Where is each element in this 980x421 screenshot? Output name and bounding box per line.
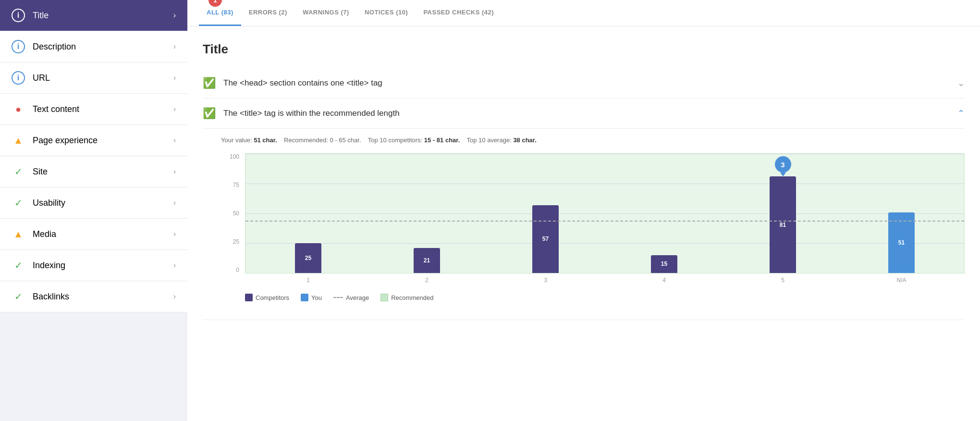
- chevron-icon: ›: [173, 261, 176, 270]
- legend-recommended: Recommended: [380, 294, 433, 301]
- y-label-50: 50: [221, 210, 243, 217]
- bar-value-5: 81: [780, 222, 786, 228]
- chevron-icon: ›: [173, 198, 176, 207]
- x-label-4: 4: [662, 277, 666, 284]
- legend-average-label: Average: [346, 294, 369, 301]
- x-label-na: N/A: [896, 277, 906, 284]
- sidebar-label-indexing: Indexing: [33, 260, 173, 271]
- top10-avg-value: 38 char.: [513, 136, 536, 144]
- top10-comp-value: 15 - 81 char.: [424, 136, 460, 144]
- sidebar-item-title[interactable]: i Title ›: [0, 0, 187, 31]
- error-icon: ●: [12, 102, 25, 116]
- tab-notices[interactable]: NOTICES (10): [357, 0, 416, 26]
- sidebar: 2 i Title › i Description › i URL › ● Te…: [0, 0, 187, 421]
- bar-col-1: 25 1: [250, 154, 366, 273]
- sidebar-item-page-experience[interactable]: ▲ Page experience ›: [0, 125, 187, 156]
- recommended-swatch: [380, 294, 388, 301]
- chevron-icon: ›: [173, 136, 176, 145]
- legend-you-label: You: [311, 294, 322, 301]
- recommended-label: Recommended:: [284, 136, 328, 144]
- bar-2: 21: [414, 248, 440, 273]
- detail-values: Your value: 51 char. Recommended: 0 - 65…: [221, 136, 965, 144]
- warning-icon: ▲: [12, 227, 25, 241]
- chevron-icon: ›: [173, 167, 176, 176]
- your-value: 51 char.: [254, 136, 277, 144]
- recommended-value: 0 - 65 char.: [330, 136, 361, 144]
- bar-col-na: 51 N/A: [844, 154, 959, 273]
- bar-value-2: 21: [424, 257, 430, 264]
- bar-col-4: 15 4: [606, 154, 722, 273]
- sidebar-label-text-content: Text content: [33, 104, 173, 114]
- sidebar-label-description: Description: [33, 42, 173, 52]
- bar-value-3: 57: [542, 235, 549, 242]
- content-area: Title ✅ The <head> section contains one …: [187, 26, 980, 335]
- tab-warnings[interactable]: WARNINGS (7): [295, 0, 357, 26]
- top10-avg-label: Top 10 average:: [467, 136, 512, 144]
- sidebar-item-backlinks[interactable]: ✓ Backlinks ›: [0, 281, 187, 312]
- sidebar-item-description[interactable]: i Description ›: [0, 31, 187, 62]
- sidebar-item-url[interactable]: i URL ›: [0, 62, 187, 94]
- sidebar-label-backlinks: Backlinks: [33, 292, 173, 302]
- check-icon: ✓: [12, 259, 25, 272]
- legend-recommended-label: Recommended: [391, 294, 433, 301]
- bar-value-1: 25: [305, 255, 311, 261]
- info-icon: i: [12, 40, 25, 53]
- check-label-1: The <head> section contains one <title> …: [223, 78, 957, 88]
- sidebar-label-page-experience: Page experience: [33, 136, 173, 146]
- bar-3: 57: [532, 205, 559, 273]
- bar-5: 81: [770, 176, 796, 273]
- check-item-2[interactable]: ✅ The <title> tag is within the recommen…: [203, 99, 965, 129]
- chevron-icon: ›: [173, 230, 176, 238]
- legend-competitors-label: Competitors: [256, 294, 289, 301]
- top10-comp-label: Top 10 competitors:: [368, 136, 422, 144]
- sidebar-item-indexing[interactable]: ✓ Indexing ›: [0, 250, 187, 281]
- average-swatch: [333, 297, 343, 298]
- bar-col-2: 21 2: [369, 154, 485, 273]
- sidebar-item-media[interactable]: ▲ Media ›: [0, 219, 187, 250]
- bar-col-5: 3 81 5: [725, 154, 841, 273]
- detail-panel: Your value: 51 char. Recommended: 0 - 65…: [203, 129, 965, 320]
- y-label-0: 0: [221, 267, 243, 273]
- x-label-1: 1: [306, 277, 310, 284]
- legend-you: You: [301, 294, 322, 301]
- check-green-icon: ✅: [203, 77, 216, 89]
- tab-errors[interactable]: ERRORS (2): [241, 0, 295, 26]
- y-label-100: 100: [221, 153, 243, 160]
- your-value-label: Your value:: [221, 136, 252, 144]
- sidebar-item-text-content[interactable]: ● Text content ›: [0, 94, 187, 125]
- tab-passed[interactable]: PASSED CHECKS (42): [416, 0, 502, 26]
- bar-1: 25: [295, 243, 321, 273]
- chevron-icon: ›: [173, 105, 176, 113]
- bar-value-na: 51: [898, 239, 905, 246]
- tooltip-bubble: 3: [775, 156, 791, 173]
- check-green-icon: ✅: [203, 107, 216, 120]
- check-icon: ✓: [12, 165, 25, 178]
- legend-competitors: Competitors: [245, 294, 289, 301]
- bar-value-4: 15: [661, 260, 667, 267]
- tabs-bar: ALL (83) ERRORS (2) WARNINGS (7) NOTICES…: [187, 0, 980, 26]
- sidebar-label-site: Site: [33, 167, 173, 177]
- check-label-2: The <title> tag is within the recommende…: [223, 109, 957, 118]
- check-icon: ✓: [12, 196, 25, 210]
- chevron-down-icon: ⌄: [957, 78, 965, 88]
- sidebar-label-url: URL: [33, 73, 173, 83]
- chevron-icon: ›: [173, 42, 176, 51]
- chart-container: 0 25 50 75 100: [221, 153, 965, 312]
- sidebar-item-site[interactable]: ✓ Site ›: [0, 156, 187, 187]
- x-label-5: 5: [781, 277, 784, 284]
- sidebar-label-usability: Usability: [33, 198, 173, 208]
- chevron-icon: ›: [173, 11, 176, 20]
- sidebar-item-usability[interactable]: ✓ Usability ›: [0, 187, 187, 219]
- section-title: Title: [203, 42, 965, 57]
- chart-legend: Competitors You Average Recommended: [221, 288, 965, 301]
- legend-average: Average: [333, 294, 369, 301]
- check-item-1[interactable]: ✅ The <head> section contains one <title…: [203, 68, 965, 99]
- chevron-icon: ›: [173, 292, 176, 301]
- x-label-2: 2: [425, 277, 429, 284]
- you-swatch: [301, 294, 308, 301]
- sidebar-label-media: Media: [33, 229, 173, 239]
- chevron-icon: ›: [173, 74, 176, 82]
- sidebar-label-title: Title: [33, 11, 173, 21]
- info-icon: i: [12, 71, 25, 85]
- x-label-3: 3: [544, 277, 547, 284]
